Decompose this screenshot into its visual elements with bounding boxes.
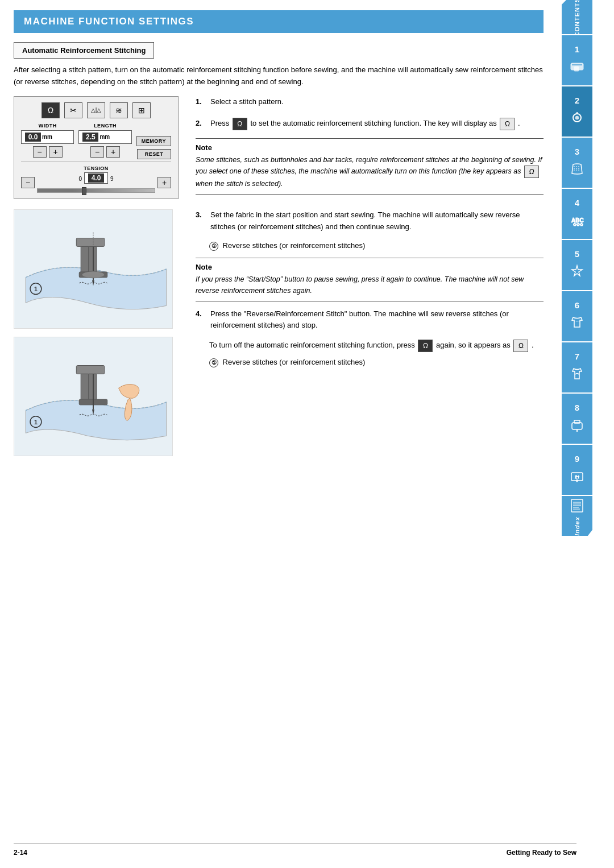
tension-minus-btn[interactable]: − bbox=[21, 177, 35, 188]
tab-ch4-icon: ABC ✿✿✿ bbox=[567, 210, 587, 230]
width-plus-btn[interactable]: + bbox=[49, 146, 63, 158]
tab-ch5-icon bbox=[567, 261, 587, 282]
right-column-2: 3. Set the fabric in the start position … bbox=[196, 209, 544, 367]
panel-right-buttons: MEMORY RESET bbox=[136, 123, 171, 159]
step-2: 2. Press Ω to set the automatic reinforc… bbox=[196, 118, 544, 130]
tab-ch8-icon bbox=[567, 415, 587, 435]
tab-ch5[interactable]: 5 bbox=[562, 240, 592, 290]
panel-icon-delta: △|△ bbox=[87, 102, 105, 118]
tab-contents[interactable]: CONTENTS bbox=[562, 0, 592, 34]
step-4-sub-2: ① Reverse stitches (or reinforcement sti… bbox=[209, 358, 544, 367]
tab-ch3-icon bbox=[567, 159, 587, 179]
panel-icon-scissors: ✂ bbox=[64, 102, 82, 118]
svg-marker-30 bbox=[572, 266, 582, 276]
note-inline-btn-1: Ω bbox=[524, 166, 539, 178]
svg-text:2↑: 2↑ bbox=[575, 474, 579, 480]
tension-value-box: 4.0 bbox=[84, 172, 108, 184]
panel-controls: WIDTH 0.0 mm − + LENGTH bbox=[21, 123, 171, 159]
length-buttons: − + bbox=[78, 146, 131, 158]
tab-ch6-icon bbox=[567, 312, 587, 333]
tab-ch1[interactable]: 1 bbox=[562, 35, 592, 85]
tension-scale-bar bbox=[37, 188, 155, 193]
length-unit: mm bbox=[99, 134, 110, 140]
note-2-box: Note If you press the “Start/Stop” butto… bbox=[196, 258, 544, 301]
length-minus-btn[interactable]: − bbox=[90, 146, 104, 158]
note-2-text: If you press the “Start/Stop” button to … bbox=[196, 274, 544, 296]
length-plus-btn[interactable]: + bbox=[106, 146, 120, 158]
svg-point-7 bbox=[82, 271, 105, 278]
step-4-content: Press the "Reverse/Reinforcement Stitch"… bbox=[210, 308, 544, 332]
intro-text: After selecting a stitch pattern, turn o… bbox=[14, 64, 544, 88]
svg-rect-1 bbox=[76, 238, 105, 247]
tab-ch9-num: 9 bbox=[575, 454, 579, 464]
step-3-circle: ① bbox=[209, 242, 218, 251]
tab-ch8[interactable]: 8 bbox=[562, 394, 592, 444]
svg-text:1: 1 bbox=[34, 419, 38, 425]
illustration-1: 1 bbox=[14, 209, 173, 329]
section-title: Automatic Reinforcement Stitching bbox=[14, 42, 154, 59]
step-4: 4. Press the "Reverse/Reinforcement Stit… bbox=[196, 308, 544, 332]
note-1-label: Note bbox=[196, 143, 544, 152]
step-3-content: Set the fabric in the start position and… bbox=[210, 209, 544, 233]
page-header: MACHINE FUNCTION SETTINGS bbox=[14, 10, 544, 33]
tab-ch9-icon: 2↑ bbox=[567, 466, 587, 486]
length-label: LENGTH bbox=[78, 123, 131, 129]
panel-length-section: LENGTH 2.5 mm − + bbox=[78, 123, 131, 159]
tab-ch7-icon bbox=[567, 363, 587, 384]
width-label: WIDTH bbox=[21, 123, 74, 129]
step4-inline-btn-1: Ω bbox=[418, 340, 433, 352]
panel-icon-wave: ≋ bbox=[110, 102, 128, 118]
tension-plus-btn[interactable]: + bbox=[157, 177, 171, 188]
tension-values: 0 4.0 9 bbox=[37, 172, 155, 186]
panel-width-section: WIDTH 0.0 mm − + bbox=[21, 123, 74, 159]
svg-text:1: 1 bbox=[34, 286, 38, 292]
width-unit: mm bbox=[42, 134, 52, 140]
tension-min: 0 bbox=[78, 176, 82, 182]
tab-ch2-num: 2 bbox=[575, 96, 579, 105]
length-display: 2.5 bbox=[82, 133, 98, 142]
tension-display: 4.0 bbox=[88, 173, 104, 183]
page-footer: 2-14 Getting Ready to Sew bbox=[14, 844, 576, 857]
machine-panel: Ω ✂ △|△ ≋ ⊞ WIDTH 0.0 mm bbox=[14, 96, 179, 199]
tab-ch4-num: 4 bbox=[575, 198, 579, 208]
svg-rect-2 bbox=[81, 247, 89, 275]
tab-ch6-num: 6 bbox=[575, 300, 579, 310]
tab-ch2-icon bbox=[567, 108, 587, 128]
svg-rect-12 bbox=[81, 374, 89, 403]
tab-ch2[interactable]: 2 bbox=[562, 86, 592, 137]
tab-ch7[interactable]: 7 bbox=[562, 342, 592, 392]
width-minus-btn[interactable]: − bbox=[33, 146, 47, 158]
tension-section: TENSION − 0 4.0 9 bbox=[21, 162, 171, 193]
step-1-num: 1. bbox=[196, 96, 206, 108]
tab-index[interactable]: Index bbox=[562, 496, 592, 536]
tab-index-label: Index bbox=[574, 516, 580, 536]
sidebar-tabs: CONTENTS 1 2 bbox=[557, 0, 592, 868]
svg-rect-32 bbox=[574, 420, 580, 423]
step-2-content: Press Ω to set the automatic reinforceme… bbox=[210, 118, 544, 130]
width-display: 0.0 bbox=[25, 133, 41, 142]
tab-ch7-num: 7 bbox=[575, 352, 579, 361]
tab-ch4[interactable]: 4 ABC ✿✿✿ bbox=[562, 189, 592, 239]
tab-ch9[interactable]: 9 2↑ bbox=[562, 445, 592, 495]
step-3: 3. Set the fabric in the start position … bbox=[196, 209, 544, 233]
tension-row: − 0 4.0 9 bbox=[21, 172, 171, 193]
inline-btn-omega-active: Ω bbox=[233, 118, 247, 130]
note-1-text: Some stitches, such as buttonholes and b… bbox=[196, 154, 544, 189]
tab-ch6[interactable]: 6 bbox=[562, 291, 592, 341]
step-4-num: 4. bbox=[196, 308, 206, 332]
memory-button[interactable]: MEMORY bbox=[136, 136, 171, 146]
svg-point-36 bbox=[576, 480, 578, 482]
tab-ch3[interactable]: 3 bbox=[562, 138, 592, 188]
tab-ch5-num: 5 bbox=[575, 249, 579, 259]
inline-btn-omega-display: Ω bbox=[500, 118, 515, 130]
width-value-box: 0.0 mm bbox=[21, 130, 74, 144]
step-3-num: 3. bbox=[196, 209, 206, 233]
tab-contents-label: CONTENTS bbox=[574, 0, 580, 36]
step-1-content: Select a stitch pattern. bbox=[210, 96, 544, 108]
width-buttons: − + bbox=[21, 146, 74, 158]
tension-label: TENSION bbox=[21, 166, 171, 171]
page-title: MACHINE FUNCTION SETTINGS bbox=[24, 16, 194, 27]
reset-button[interactable]: RESET bbox=[137, 149, 171, 159]
note-2-label: Note bbox=[196, 263, 544, 271]
svg-rect-20 bbox=[574, 67, 579, 71]
